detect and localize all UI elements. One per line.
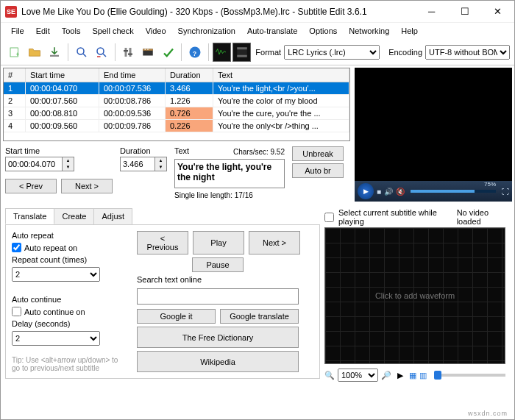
svg-text:?: ? bbox=[193, 50, 196, 57]
save-icon[interactable] bbox=[46, 43, 64, 62]
search-label: Search text online bbox=[137, 275, 299, 284]
start-time-input[interactable] bbox=[5, 157, 63, 171]
svg-rect-7 bbox=[124, 50, 128, 51]
search-input[interactable] bbox=[137, 288, 299, 305]
nav-previous-button[interactable]: < Previous bbox=[137, 231, 188, 255]
menu-edit[interactable]: Edit bbox=[30, 24, 56, 38]
maximize-button[interactable]: ☐ bbox=[448, 1, 481, 23]
menu-help[interactable]: Help bbox=[395, 24, 424, 38]
svg-point-3 bbox=[77, 48, 84, 54]
down-icon[interactable]: ▼ bbox=[63, 164, 74, 171]
column-header[interactable]: Duration bbox=[166, 68, 213, 82]
table-row[interactable]: 200:00:07.56000:00:08.7861.226You're the… bbox=[4, 95, 349, 107]
table-row[interactable]: 400:00:09.56000:00:09.7860.226You're the… bbox=[4, 120, 349, 132]
grid-icon[interactable]: ▦ bbox=[409, 371, 416, 380]
waveform-area[interactable]: Click to add waveform bbox=[324, 227, 505, 364]
column-header[interactable]: Text bbox=[213, 68, 349, 82]
auto-continue-checkbox[interactable]: Auto continue on bbox=[12, 307, 122, 316]
column-header[interactable]: # bbox=[4, 68, 26, 82]
mute-icon[interactable]: 🔇 bbox=[396, 188, 405, 196]
app-icon: SE bbox=[5, 6, 17, 18]
line-length: Single line length: 17/16 bbox=[174, 190, 285, 201]
svg-rect-8 bbox=[128, 53, 132, 54]
autobr-button[interactable]: Auto br bbox=[292, 163, 344, 178]
grid2-icon[interactable]: ▥ bbox=[419, 371, 427, 380]
dictionary-button[interactable]: The Free Dictionary bbox=[137, 327, 299, 348]
table-row[interactable]: 100:00:04.07000:00:07.5363.466You're the… bbox=[4, 82, 349, 95]
subtitle-text-input[interactable]: You're the light, you're the night bbox=[174, 159, 285, 188]
svg-rect-16 bbox=[237, 54, 247, 57]
svg-point-10 bbox=[145, 49, 146, 50]
tab-adjust[interactable]: Adjust bbox=[93, 208, 132, 224]
progress-bar[interactable]: 75% bbox=[411, 190, 496, 193]
up-icon[interactable]: ▲ bbox=[155, 157, 166, 164]
nav-next-button[interactable]: Next > bbox=[249, 231, 300, 255]
delay-select[interactable]: 2 bbox=[12, 331, 100, 346]
google-button[interactable]: Google it bbox=[137, 309, 216, 324]
stop-icon[interactable]: ■ bbox=[377, 188, 381, 196]
svg-point-11 bbox=[148, 49, 149, 50]
waveform-toggle-icon[interactable] bbox=[213, 43, 231, 62]
repeat-count-label: Repeat count (times) bbox=[12, 255, 122, 264]
video-preview: ▶ ■ 🔊 🔇 75% ⛶ bbox=[355, 68, 512, 202]
google-translate-button[interactable]: Google translate bbox=[220, 309, 299, 324]
delay-label: Delay (seconds) bbox=[12, 319, 122, 328]
settings-icon[interactable] bbox=[119, 43, 138, 62]
help-icon[interactable]: ? bbox=[185, 43, 204, 62]
svg-rect-2 bbox=[50, 54, 59, 56]
auto-repeat-checkbox[interactable]: Auto repeat on bbox=[12, 243, 122, 252]
zoom-in-icon[interactable]: 🔎 bbox=[381, 371, 391, 380]
menu-spell-check[interactable]: Spell check bbox=[86, 24, 139, 38]
svg-rect-15 bbox=[237, 47, 247, 49]
new-icon[interactable]: + bbox=[5, 43, 24, 62]
replace-icon[interactable] bbox=[92, 43, 110, 62]
spellcheck-icon[interactable] bbox=[159, 43, 177, 62]
minimize-button[interactable]: ─ bbox=[415, 1, 448, 23]
menu-file[interactable]: File bbox=[5, 24, 30, 38]
tab-create[interactable]: Create bbox=[54, 208, 94, 224]
format-label: Format bbox=[255, 48, 281, 57]
fullscreen-icon[interactable]: ⛶ bbox=[502, 188, 509, 196]
wikipedia-button[interactable]: Wikipedia bbox=[137, 351, 299, 372]
up-icon[interactable]: ▲ bbox=[63, 157, 74, 164]
repeat-count-select[interactable]: 2 bbox=[12, 267, 100, 282]
volume-icon[interactable]: 🔊 bbox=[384, 188, 393, 196]
menu-tools[interactable]: Tools bbox=[56, 24, 87, 38]
menu-synchronization[interactable]: Synchronization bbox=[172, 24, 241, 38]
encoding-select[interactable]: UTF-8 without BOM bbox=[425, 45, 510, 60]
svg-point-4 bbox=[97, 48, 104, 54]
find-icon[interactable] bbox=[72, 43, 90, 62]
menu-video[interactable]: Video bbox=[140, 24, 172, 38]
auto-continue-heading: Auto continue bbox=[12, 295, 122, 304]
menu-options[interactable]: Options bbox=[303, 24, 343, 38]
nav-pause-button[interactable]: Pause bbox=[192, 257, 244, 272]
zoom-out-icon[interactable]: 🔍 bbox=[324, 371, 335, 380]
menu-networking[interactable]: Networking bbox=[343, 24, 395, 38]
menu-auto-translate[interactable]: Auto-translate bbox=[241, 24, 303, 38]
wave-scrollbar[interactable] bbox=[434, 374, 505, 377]
svg-rect-6 bbox=[129, 48, 132, 57]
close-button[interactable]: ✕ bbox=[481, 1, 514, 23]
window-title: Love Me Like You Do (Ellie Goulding) - 3… bbox=[21, 7, 415, 17]
down-icon[interactable]: ▼ bbox=[155, 164, 166, 171]
unbreak-button[interactable]: Unbreak bbox=[292, 146, 344, 161]
format-select[interactable]: LRC Lyrics (.lrc) bbox=[284, 45, 380, 60]
prev-button[interactable]: < Prev bbox=[5, 179, 57, 193]
text-label: Text bbox=[174, 146, 189, 157]
tip-text: Tip: Use <alt+arrow up/down> to go to pr… bbox=[12, 356, 122, 372]
next-button[interactable]: Next > bbox=[61, 179, 113, 193]
video-icon[interactable] bbox=[139, 43, 157, 62]
column-header[interactable]: End time bbox=[99, 68, 166, 82]
svg-rect-5 bbox=[125, 48, 127, 57]
select-current-checkbox[interactable]: Select current subtitle while playing bbox=[324, 208, 452, 226]
video-toggle-icon[interactable] bbox=[232, 43, 251, 62]
zoom-select[interactable]: 100% bbox=[338, 369, 378, 382]
table-row[interactable]: 300:00:08.81000:00:09.5360.726You're the… bbox=[4, 107, 349, 120]
column-header[interactable]: Start time bbox=[26, 68, 99, 82]
duration-input[interactable] bbox=[120, 157, 155, 171]
play-icon[interactable]: ▶ bbox=[358, 183, 374, 199]
nav-play-button[interactable]: Play bbox=[193, 231, 244, 255]
subtitle-table[interactable]: #Start timeEnd timeDurationText 100:00:0… bbox=[3, 68, 350, 141]
tab-translate[interactable]: Translate bbox=[5, 208, 54, 224]
open-icon[interactable] bbox=[25, 43, 43, 62]
